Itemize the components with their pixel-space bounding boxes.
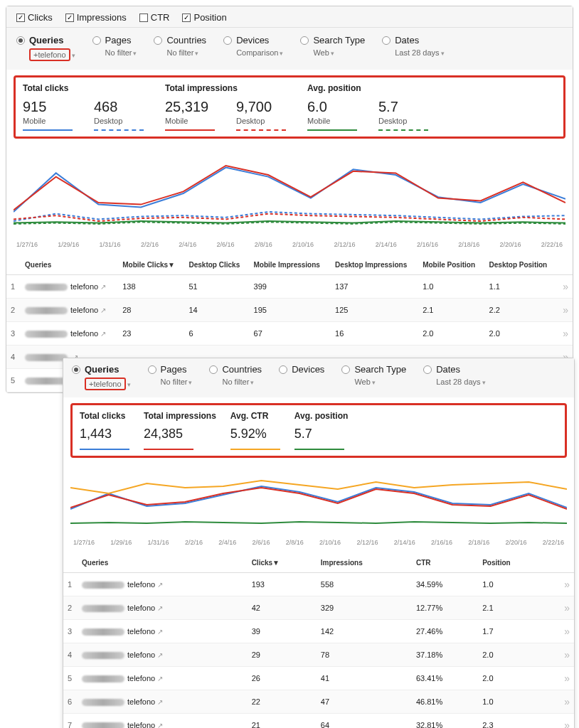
mobile-clicks-cell: 28: [118, 299, 184, 322]
external-link-icon[interactable]: ↗: [157, 628, 163, 636]
external-link-icon[interactable]: ↗: [157, 722, 163, 728]
table-row[interactable]: 7 telefono↗ 21 64 32.81% 2.3 »: [63, 714, 574, 729]
summary-impressions: Total impressions 24,385: [144, 411, 216, 450]
radio-icon: [341, 365, 350, 374]
radio-icon: [72, 365, 80, 374]
external-link-icon[interactable]: ↗: [157, 698, 163, 706]
chevron-down-icon: ▾: [482, 379, 486, 386]
external-link-icon[interactable]: ↗: [100, 330, 106, 338]
filter-search-type[interactable]: Search Type Web▾: [300, 35, 365, 61]
expand-row-button[interactable]: »: [548, 573, 574, 596]
desktop-impressions-cell: 16: [331, 322, 418, 346]
query-cell: telefono↗: [78, 573, 248, 596]
filter-countries[interactable]: Countries No filter▾: [154, 35, 206, 61]
x-tick-label: 1/29/16: [110, 539, 132, 546]
line-indicator: [230, 449, 280, 450]
summary-position: Avg. position 5.7: [294, 411, 349, 450]
x-tick-label: 2/4/16: [218, 539, 236, 546]
filter-pages[interactable]: Pages No filter▾: [92, 35, 137, 61]
ctr-cell: 32.81%: [412, 714, 478, 729]
radio-icon: [300, 36, 309, 45]
table-row[interactable]: 3 telefono↗ 23 6 67 16 2.0 2.0 »: [6, 322, 573, 346]
col-queries[interactable]: Queries: [78, 553, 248, 573]
table-row[interactable]: 2 telefono↗ 28 14 195 125 2.1 2.2 »: [6, 299, 573, 322]
toggle-impressions[interactable]: Impressions: [65, 12, 127, 23]
filter-search-type[interactable]: Search Type Web▾: [341, 364, 406, 390]
position-cell: 1.0: [478, 573, 547, 596]
radio-icon: [148, 365, 156, 374]
position-desktop-value: 5.7: [378, 99, 428, 115]
chevron-down-icon: ▾: [441, 50, 445, 57]
expand-row-button[interactable]: »: [548, 690, 574, 714]
filter-devices[interactable]: Devices: [279, 364, 324, 390]
col-desktop-position[interactable]: Desktop Position: [485, 255, 558, 275]
redacted-text: [82, 628, 124, 636]
table-row[interactable]: 3 telefono↗ 39 142 27.46% 1.7 »: [63, 620, 574, 643]
col-queries[interactable]: Queries: [21, 255, 118, 275]
position-cell: 2.0: [478, 643, 547, 667]
toggle-clicks-label: Clicks: [28, 12, 53, 23]
filter-dates[interactable]: Dates Last 28 days▾: [382, 35, 444, 61]
expand-row-button[interactable]: »: [548, 596, 574, 620]
expand-row-button[interactable]: »: [548, 643, 574, 667]
queries-totals-table: Queries Clicks▼ Impressions CTR Position…: [63, 553, 574, 728]
col-mobile-clicks[interactable]: Mobile Clicks▼: [118, 255, 184, 275]
x-tick-label: 2/6/16: [252, 539, 270, 546]
external-link-icon[interactable]: ↗: [100, 283, 106, 291]
external-link-icon[interactable]: ↗: [100, 306, 106, 314]
line-indicator: [294, 449, 344, 450]
redacted-text: [25, 284, 68, 291]
expand-row-button[interactable]: »: [557, 275, 573, 299]
row-index: 5: [63, 667, 78, 690]
search-analytics-totals-panel: Queries +telefono▾ Pages No filter▾ Coun…: [63, 358, 575, 728]
expand-row-button[interactable]: »: [548, 620, 574, 643]
col-mobile-impressions[interactable]: Mobile Impressions: [250, 255, 331, 275]
table-row[interactable]: 1 telefono↗ 138 51 399 137 1.0 1.1 »: [6, 275, 573, 299]
col-desktop-clicks[interactable]: Desktop Clicks: [185, 255, 250, 275]
expand-row-button[interactable]: »: [557, 322, 573, 346]
col-desktop-impressions[interactable]: Desktop Impressions: [331, 255, 418, 275]
toggle-clicks[interactable]: Clicks: [16, 12, 53, 23]
toggle-position[interactable]: Position: [182, 12, 226, 23]
filter-queries[interactable]: Queries +telefono▾: [16, 35, 75, 61]
expand-row-button[interactable]: »: [548, 714, 574, 729]
table-row[interactable]: 2 telefono↗ 42 329 12.77% 2.1 »: [63, 596, 574, 620]
line-indicator: [94, 129, 144, 131]
filter-queries[interactable]: Queries +telefono▾: [72, 364, 131, 390]
col-clicks[interactable]: Clicks▼: [248, 553, 317, 573]
col-position[interactable]: Position: [478, 553, 547, 573]
impressions-cell: 142: [317, 620, 412, 643]
query-cell: telefono↗: [78, 667, 248, 690]
external-link-icon[interactable]: ↗: [157, 604, 163, 612]
col-impressions[interactable]: Impressions: [317, 553, 412, 573]
chevron-down-icon: ▾: [133, 50, 137, 57]
external-link-icon[interactable]: ↗: [157, 675, 163, 682]
filter-pages[interactable]: Pages No filter▾: [148, 364, 193, 390]
x-tick-label: 2/14/16: [376, 241, 397, 248]
filter-countries[interactable]: Countries No filter▾: [209, 364, 262, 390]
table-row[interactable]: 1 telefono↗ 193 558 34.59% 1.0 »: [63, 573, 574, 596]
mobile-impressions-cell: 399: [250, 275, 331, 299]
table-row[interactable]: 4 telefono↗ 29 78 37.18% 2.0 »: [63, 643, 574, 667]
line-indicator: [165, 129, 215, 131]
position-cell: 1.0: [478, 690, 547, 714]
expand-row-button[interactable]: »: [557, 299, 573, 322]
expand-row-button[interactable]: »: [548, 667, 574, 690]
chevron-down-icon: ▾: [250, 379, 254, 386]
table-row[interactable]: 6 telefono↗ 22 47 46.81% 1.0 »: [63, 690, 574, 714]
table-row[interactable]: 5 telefono↗ 26 41 63.41% 2.0 »: [63, 667, 574, 690]
redacted-text: [82, 722, 124, 728]
radio-icon: [279, 365, 287, 374]
filter-dates[interactable]: Dates Last 28 days▾: [423, 364, 485, 390]
col-ctr[interactable]: CTR: [412, 553, 478, 573]
impressions-cell: 47: [317, 690, 412, 714]
row-index: 2: [63, 596, 78, 620]
ctr-cell: 37.18%: [412, 643, 478, 667]
external-link-icon[interactable]: ↗: [157, 651, 163, 659]
desktop-position-cell: 1.1: [485, 275, 558, 299]
x-tick-label: 2/20/16: [500, 241, 521, 248]
filter-devices[interactable]: Devices Comparison▾: [223, 35, 283, 61]
external-link-icon[interactable]: ↗: [157, 581, 163, 589]
toggle-ctr[interactable]: CTR: [139, 12, 170, 23]
col-mobile-position[interactable]: Mobile Position: [418, 255, 484, 275]
